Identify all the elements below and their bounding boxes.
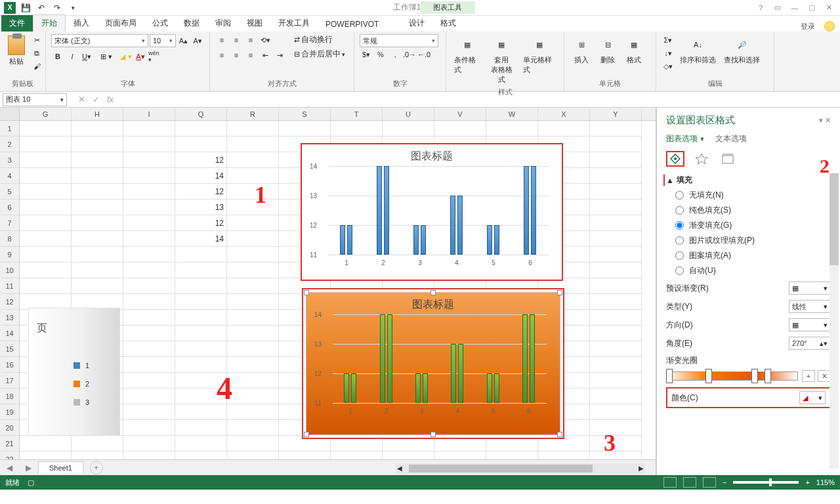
tab-review[interactable]: 审阅 [207,15,239,32]
cell[interactable] [227,136,279,152]
chart-bar[interactable] [494,225,499,255]
cell[interactable] [72,247,123,262]
cell[interactable] [590,388,642,404]
chart-bar[interactable] [494,373,499,403]
cell[interactable] [123,404,175,420]
cell[interactable] [72,231,123,247]
zoom-out-icon[interactable]: − [723,478,726,486]
effects-category-icon[interactable] [692,151,711,167]
panel-tab-chart-options[interactable]: 图表选项 [666,133,705,144]
cell[interactable] [590,215,642,231]
gradient-type-combo[interactable]: 线性▾ [789,300,831,313]
row-header[interactable]: 16 [0,357,19,373]
page-layout-view-icon[interactable] [683,477,696,488]
cell[interactable] [227,278,279,294]
row-header[interactable]: 3 [0,152,19,168]
cell[interactable] [175,278,227,294]
column-header[interactable]: H [72,108,123,120]
row-header[interactable]: 20 [0,420,19,436]
worksheet-grid[interactable]: GHIQRSTUVWXY 123456789101112131415161718… [0,108,656,475]
tab-view[interactable]: 视图 [239,15,270,32]
format-painter-icon[interactable]: 🖌 [30,60,43,72]
cell-styles-button[interactable]: ▦单元格样式 [520,34,558,76]
chart-bar[interactable] [351,373,356,403]
sheet-nav-prev-icon[interactable]: ◀ [0,463,19,472]
format-as-table-button[interactable]: ▦套用 表格格式 [486,34,517,86]
font-name-combo[interactable]: 宋体 (正文) [51,34,148,47]
cell[interactable] [590,294,642,310]
chart-bar[interactable] [340,225,345,255]
fill-solid-radio[interactable]: 纯色填充(S) [675,205,831,216]
new-sheet-button[interactable]: + [90,461,103,474]
cell[interactable] [123,168,175,184]
size-properties-category-icon[interactable] [719,151,737,167]
bold-button[interactable]: B [51,51,64,62]
accounting-format-icon[interactable]: $▾ [360,49,373,60]
column-header[interactable]: R [227,108,279,120]
fill-gradient-radio[interactable]: 渐变填充(G) [675,220,831,231]
cell[interactable] [227,121,279,136]
cell[interactable] [590,278,642,294]
autosum-icon[interactable]: Σ▾ [662,34,675,46]
cell[interactable] [590,310,642,326]
cell[interactable] [123,326,175,341]
tab-powerpivot[interactable]: POWERPIVOT [318,17,387,32]
align-bottom-icon[interactable]: ≡ [244,34,257,46]
row-header[interactable]: 17 [0,373,19,388]
cell[interactable] [20,200,72,215]
column-header[interactable]: W [486,108,538,120]
row-header[interactable]: 6 [0,200,19,215]
cell[interactable] [175,121,227,136]
cell[interactable] [72,168,123,184]
cell[interactable] [590,341,642,357]
data-cell[interactable]: 13 [175,200,227,215]
tab-chart-design[interactable]: 设计 [401,15,432,32]
cell[interactable] [486,121,538,136]
sheet-tab-1[interactable]: Sheet1 [38,461,83,474]
chart-bar[interactable] [487,373,492,403]
cell[interactable] [175,357,227,373]
cell[interactable] [590,136,642,152]
copy-icon[interactable]: ⧉ [30,47,43,59]
cell[interactable] [123,436,175,452]
name-box[interactable]: 图表 10▾ [3,93,67,106]
chart-bar[interactable] [522,314,528,403]
cell[interactable] [175,294,227,310]
tab-file[interactable]: 文件 [1,15,33,32]
row-header[interactable]: 5 [0,184,19,200]
cell[interactable] [434,121,486,136]
fill-none-radio[interactable]: 无填充(N) [675,190,831,201]
cell[interactable] [123,373,175,388]
cell[interactable] [331,121,383,136]
zoom-in-icon[interactable]: + [805,478,809,486]
increase-decimal-icon[interactable]: .0→ [403,49,416,60]
chart-bar[interactable] [413,225,419,255]
cell[interactable] [123,247,175,262]
sign-in-link[interactable]: 登录 [801,22,815,32]
column-header[interactable]: T [331,108,383,120]
cell[interactable] [123,357,175,373]
wrap-text-button[interactable]: ⇄ 自动换行 [294,34,345,45]
page-break-view-icon[interactable] [703,477,716,488]
help-icon[interactable]: ? [753,2,768,14]
column-header[interactable]: V [434,108,486,120]
column-header[interactable]: X [538,108,590,120]
fill-color-button[interactable]: ◢ ▾ [119,51,133,62]
align-middle-icon[interactable]: ≡ [230,34,243,46]
tab-formulas[interactable]: 公式 [144,15,176,32]
cell[interactable] [72,136,123,152]
add-stop-icon[interactable]: + [802,370,815,382]
cell[interactable] [175,436,227,452]
cell[interactable] [72,262,123,278]
conditional-formatting-button[interactable]: ▦条件格式 [452,34,483,76]
cut-icon[interactable]: ✂ [30,34,43,46]
cell[interactable] [72,200,123,215]
chart-bar[interactable] [380,314,385,403]
chart-bar[interactable] [487,225,492,255]
align-left-icon[interactable]: ≡ [215,49,228,61]
horizontal-scrollbar[interactable]: ◀ ▶ [396,463,645,474]
chart-bar[interactable] [457,196,463,255]
fill-section-header[interactable]: ▲ 填充 [666,175,831,186]
chart-bar[interactable] [344,373,349,403]
delete-cells-button[interactable]: ⊟删除 [596,34,620,66]
